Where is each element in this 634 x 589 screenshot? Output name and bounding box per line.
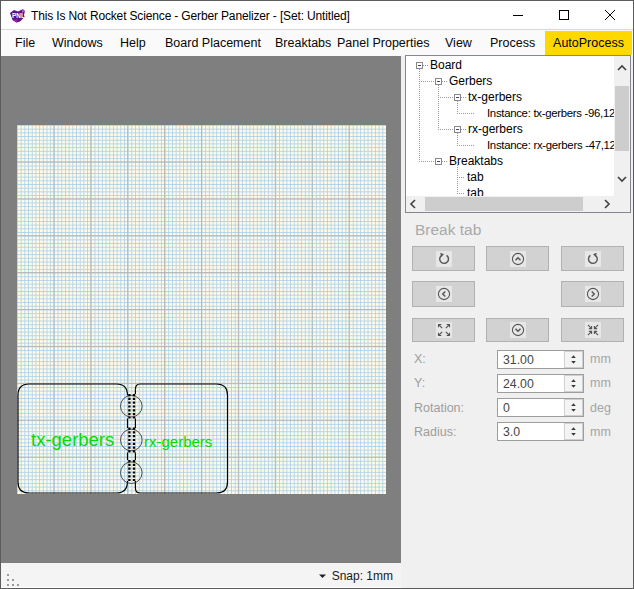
svg-text:PNL: PNL	[12, 12, 25, 19]
